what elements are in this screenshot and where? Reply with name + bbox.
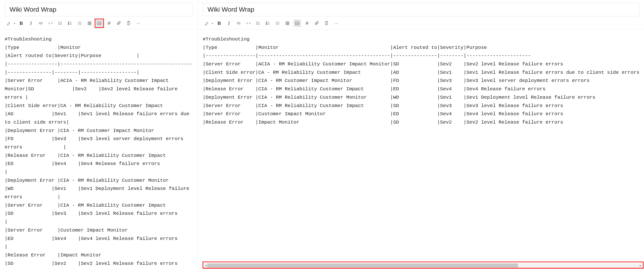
mention-button[interactable]: # <box>105 20 113 27</box>
numbered-list-button[interactable]: 123 <box>66 20 74 27</box>
bold-button[interactable]: B <box>18 20 25 27</box>
table-button[interactable] <box>284 20 291 27</box>
editor-toolbar: ▾ B I 123 Abc # ··· <box>198 16 644 30</box>
chevron-down-icon: ▾ <box>212 22 213 25</box>
paste-button[interactable] <box>323 20 330 27</box>
svg-rect-15 <box>88 22 91 25</box>
more-options-button[interactable]: ··· <box>135 20 142 27</box>
paste-button[interactable] <box>125 20 132 27</box>
wiki-editor-pane-right: Wiki Word Wrap ▾ B I 123 Abc # <box>198 0 644 269</box>
italic-button[interactable]: I <box>225 20 232 27</box>
wiki-editor-pane-left: Wiki Word Wrap ▾ B I 123 Abc # <box>0 0 198 269</box>
mention-button[interactable]: # <box>303 20 311 27</box>
attachment-button[interactable] <box>313 20 320 27</box>
bullet-list-button[interactable] <box>254 20 262 27</box>
svg-text:Abc: Abc <box>98 23 101 24</box>
horizontal-scrollbar[interactable]: ◄ ► <box>204 263 642 267</box>
svg-text:3: 3 <box>68 24 69 25</box>
format-paint-dropdown[interactable] <box>5 20 12 27</box>
attachment-button[interactable] <box>115 20 122 27</box>
checklist-button[interactable] <box>274 20 282 27</box>
svg-point-28 <box>256 23 257 24</box>
table-button[interactable] <box>86 20 93 27</box>
scroll-left-arrow[interactable]: ◄ <box>204 264 207 267</box>
editor-toolbar: ▾ B I 123 Abc # ··· <box>0 16 198 30</box>
link-button[interactable] <box>235 20 242 27</box>
editor-content-wrapped[interactable]: #Troubleshooting |Type |Monitor |Alert r… <box>0 30 198 269</box>
format-paint-dropdown[interactable] <box>203 20 210 27</box>
word-wrap-toggle[interactable]: Abc <box>96 20 103 27</box>
svg-rect-20 <box>98 22 101 25</box>
word-wrap-toggle[interactable]: Abc <box>294 20 301 27</box>
svg-point-5 <box>58 24 59 25</box>
svg-point-29 <box>256 24 257 25</box>
svg-text:Abc: Abc <box>296 23 299 24</box>
italic-button[interactable]: I <box>27 20 35 27</box>
page-title-input[interactable]: Wiki Word Wrap <box>5 3 193 16</box>
chevron-down-icon: ▾ <box>14 22 15 25</box>
bullet-list-button[interactable] <box>56 20 64 27</box>
svg-text:3: 3 <box>266 24 267 25</box>
editor-content-nowrap[interactable]: #Troubleshooting |Type |Monitor |Alert r… <box>198 30 644 269</box>
link-button[interactable] <box>37 20 44 27</box>
svg-point-3 <box>58 22 59 22</box>
svg-rect-39 <box>286 22 289 25</box>
page-title-input[interactable]: Wiki Word Wrap <box>202 3 639 16</box>
bold-button[interactable]: B <box>215 20 223 27</box>
checklist-button[interactable] <box>76 20 84 27</box>
scroll-right-arrow[interactable]: ► <box>639 264 642 267</box>
code-button[interactable] <box>47 20 54 27</box>
svg-point-27 <box>256 22 257 22</box>
scroll-track[interactable] <box>207 263 639 267</box>
code-button[interactable] <box>245 20 252 27</box>
svg-point-4 <box>58 23 59 24</box>
numbered-list-button[interactable]: 123 <box>264 20 272 27</box>
scroll-thumb[interactable] <box>207 263 518 267</box>
more-options-button[interactable]: ··· <box>332 20 340 27</box>
